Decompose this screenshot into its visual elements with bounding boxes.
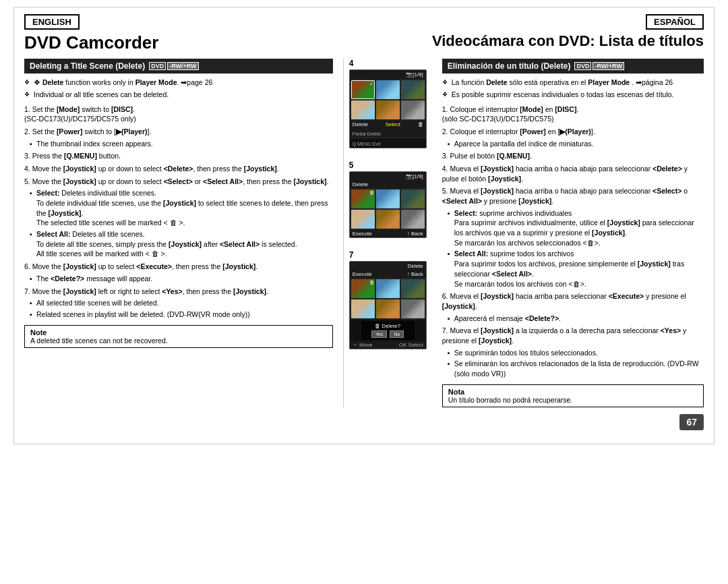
screen-5-step: 5 — [349, 160, 427, 170]
english-diamond-1: ❖ Delete function works only in Player M… — [24, 78, 333, 88]
spanish-diamond-2: Es posible suprimir escenas individuales… — [442, 90, 704, 100]
page-number-area: 67 — [24, 414, 704, 430]
s7-thumb-4 — [351, 299, 375, 318]
screen-4-step: 4 — [349, 59, 427, 68]
s5-thumb-1: 🗑 — [351, 189, 375, 208]
spanish-step-1: 1. Coloque el interruptor [Mode] en [DIS… — [442, 105, 704, 124]
spanish-steps: 1. Coloque el interruptor [Mode] en [DIS… — [442, 105, 704, 379]
spanish-note-text: Un título borrado no podrá recuperarse. — [448, 396, 698, 404]
thumb-1: ✓ — [351, 80, 375, 99]
english-step-6: 6. Move the [Joystick] up to select <Exe… — [24, 262, 333, 283]
screen-5-thumbs: 🗑 — [350, 188, 426, 230]
spanish-note-title: Nota — [448, 388, 698, 396]
english-steps: 1. Set the [Mode] switch to [DISC].(SC-D… — [24, 105, 333, 320]
screens-column: 4 📷 [1/9] ✓ Delete — [344, 59, 432, 407]
spanish-main-title: Videocámara con DVD: Lista de títulos — [432, 32, 704, 53]
yes-button[interactable]: Yes — [371, 330, 387, 338]
screen-7-topbar: Delete — [350, 262, 426, 270]
english-step-4: 4. Move the [Joystick] up or down to sel… — [24, 164, 333, 174]
s5-thumb-4 — [351, 210, 375, 229]
no-button[interactable]: No — [390, 330, 404, 338]
main-columns: Deleting a Title Scene (Delete) DVD -RW/… — [24, 59, 704, 407]
english-dvd-badge: DVD -RW/+RW — [149, 62, 198, 70]
screen-4-wrapper: 4 📷 [1/9] ✓ Delete — [349, 59, 427, 151]
s5-thumb-6 — [401, 210, 425, 229]
s5-thumb-3 — [401, 189, 425, 208]
english-column: Deleting a Title Scene (Delete) DVD -RW/… — [24, 59, 344, 407]
spanish-step-7: 7. Mueva el [Joystick] a la izquierda o … — [442, 326, 704, 378]
spanish-step-5: 5. Mueva el [Joystick] hacia arriba o ha… — [442, 186, 704, 289]
spanish-diamond-1: La función Delete sólo está operativa en… — [442, 78, 704, 88]
english-step-3: 3. Press the [Q.MENU] button. — [24, 151, 333, 161]
s7-thumb-5 — [376, 299, 400, 318]
screen-7-wrapper: 7 Delete Execute ↑ Back 🗑 — [349, 250, 427, 352]
screen-5-execbar: Delete — [350, 181, 426, 188]
screen-4-partial: Partial Delete — [350, 128, 426, 138]
thumb-6 — [401, 100, 425, 119]
spanish-section-title: Eliminación de un título (Delete) — [448, 61, 571, 71]
spanish-note-box: Nota Un título borrado no podrá recupera… — [442, 384, 704, 407]
english-diamond-2: Individual or all title scenes can be de… — [24, 90, 333, 100]
spanish-section-header: Eliminación de un título (Delete) DVD -R… — [442, 59, 704, 74]
screen-7-step: 7 — [349, 250, 427, 260]
dialog-buttons: Yes No — [363, 330, 413, 338]
screen-7-navbar: ↔ Move OK Select — [350, 341, 426, 349]
english-main-title: DVD Camcorder — [24, 32, 158, 53]
delete-dialog: 🗑 Delete? Yes No — [361, 321, 415, 340]
s5-thumb-2 — [376, 189, 400, 208]
screen-5-wrapper: 5 📷 [1/9] Delete 🗑 — [349, 160, 427, 241]
page-number-badge: 67 — [679, 414, 704, 430]
screen-4-menubar: Delete Select 🗑 — [350, 121, 426, 128]
screen-4: 📷 [1/9] ✓ Delete Select 🗑 — [349, 69, 427, 148]
title-row: DVD Camcorder Videocámara con DVD: Lista… — [24, 32, 704, 53]
spanish-step-4: 4. Mueva el [Joystick] hacia arriba o ha… — [442, 164, 704, 183]
screen-4-counter: [1/9] — [413, 71, 423, 78]
spanish-step-6: 6. Mueva el [Joystick] hacia arriba para… — [442, 291, 704, 323]
camera-icon-5: 📷 — [406, 173, 413, 179]
english-badge: ENGLISH — [24, 14, 80, 30]
s7-thumb-3 — [401, 279, 425, 298]
spanish-step-3: 3. Pulse el botón [Q.MENU]. — [442, 151, 704, 161]
english-step-1: 1. Set the [Mode] switch to [DISC].(SC-D… — [24, 105, 333, 124]
spanish-diamonds: La función Delete sólo está operativa en… — [442, 78, 704, 100]
english-step-2: 2. Set the [Power] switch to [▶(Player)]… — [24, 127, 333, 148]
english-diamonds: ❖ Delete function works only in Player M… — [24, 78, 333, 100]
spanish-dvd-badge: DVD -RW/+RW — [574, 62, 624, 70]
ok-select: OK Select — [399, 342, 423, 348]
header-row: ENGLISH ESPAÑOL — [24, 14, 704, 30]
s7-thumb-1: 🗑 — [351, 279, 375, 298]
screen-4-qmenu: Q.MENU Exit — [350, 138, 426, 148]
dialog-title: 🗑 Delete? — [363, 323, 413, 329]
spanish-step-2: 2. Coloque el interruptor [Power] en [▶(… — [442, 127, 704, 148]
s5-thumb-5 — [376, 210, 400, 229]
s7-thumb-6 — [401, 299, 425, 318]
screen-7-execbar: Execute ↑ Back — [350, 270, 426, 278]
spanish-badge: ESPAÑOL — [646, 14, 704, 30]
screen-4-thumbs: ✓ — [350, 79, 426, 121]
english-note-text: A deleted title scenes can not be recove… — [30, 337, 327, 345]
screen-7: Delete Execute ↑ Back 🗑 — [349, 261, 427, 349]
thumb-3 — [401, 80, 425, 99]
thumb-2 — [376, 80, 400, 99]
english-step-5: 5. Move the [Joystick] up or down to sel… — [24, 177, 333, 260]
screen-5: 📷 [1/9] Delete 🗑 Ex — [349, 171, 427, 238]
english-section-header: Deleting a Title Scene (Delete) DVD -RW/… — [24, 59, 333, 74]
english-note-box: Note A deleted title scenes can not be r… — [24, 325, 333, 348]
thumb-5 — [376, 100, 400, 119]
camera-icon-4: 📷 — [406, 71, 413, 78]
screen-5-topbar: 📷 [1/9] — [350, 172, 426, 181]
screen-4-topbar: 📷 [1/9] — [350, 70, 426, 79]
spanish-column: Eliminación de un título (Delete) DVD -R… — [432, 59, 704, 407]
english-step-7: 7. Move the [Joystick] left or right to … — [24, 287, 333, 320]
s7-thumb-2 — [376, 279, 400, 298]
page-container: ENGLISH ESPAÑOL DVD Camcorder Videocámar… — [13, 7, 715, 444]
screen-5-bottombar: Execute ↑ Back — [350, 230, 426, 237]
english-section-title: Deleting a Title Scene (Delete) — [30, 61, 145, 71]
screen-7-thumbs: 🗑 — [350, 278, 426, 320]
thumb-4 — [351, 100, 375, 119]
move-icon: ↔ Move — [353, 342, 373, 348]
english-note-title: Note — [30, 328, 327, 337]
